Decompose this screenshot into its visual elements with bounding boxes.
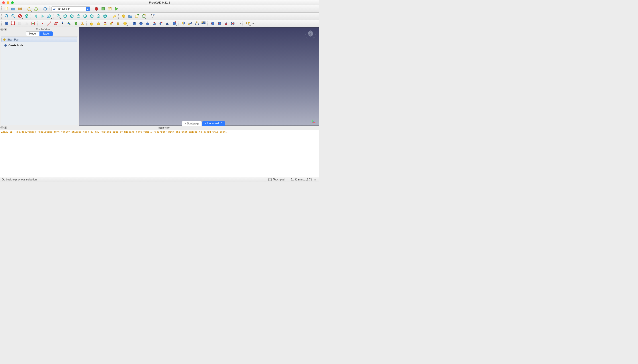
status-bar: Go back to previous selection Touchpad 5…: [0, 177, 319, 182]
combo-float-button[interactable]: ▣: [4, 28, 7, 31]
task-header-start-part[interactable]: Start Part: [1, 37, 77, 42]
3d-viewport[interactable]: TOP FRONT z y ✕ Start page ✕ Unnamed : 1: [79, 27, 319, 126]
clone-button[interactable]: [79, 20, 86, 26]
task-panel: Start Part Create body: [1, 36, 78, 125]
svg-text:FRONT: FRONT: [308, 34, 311, 35]
link-nav-button[interactable]: [46, 13, 52, 19]
fit-selection-button[interactable]: [10, 13, 17, 19]
new-file-button[interactable]: [4, 6, 10, 12]
package-icon: [3, 38, 6, 41]
shape-binder-button[interactable]: [66, 20, 72, 26]
touchpad-icon: [268, 178, 272, 181]
datum-plane-button[interactable]: [53, 20, 59, 26]
view-left-button[interactable]: [102, 13, 108, 19]
macros-button[interactable]: [107, 6, 113, 12]
revolution-button[interactable]: [95, 20, 102, 26]
datum-cs-button[interactable]: [59, 20, 66, 26]
whats-this-button[interactable]: ?: [150, 13, 156, 19]
pocket-button[interactable]: [131, 20, 137, 26]
undo-button[interactable]: [26, 6, 32, 12]
status-nav-style[interactable]: Touchpad: [268, 178, 285, 181]
nav-back-button[interactable]: [33, 13, 39, 19]
mirrored-button[interactable]: [180, 20, 187, 26]
link-make-button[interactable]: [134, 13, 140, 19]
subtractive-loft-button[interactable]: [151, 20, 157, 26]
additive-loft-button[interactable]: [102, 20, 108, 26]
tab-model[interactable]: Model: [26, 32, 40, 36]
macro-stop-button[interactable]: [100, 6, 106, 12]
subtractive-primitive-button[interactable]: [171, 20, 177, 26]
combo-view-panel: ✕ ▣ Combo View Model Tasks Start Part Cr…: [0, 27, 79, 126]
link-actions-button[interactable]: [141, 13, 147, 19]
svg-point-50: [161, 22, 162, 23]
close-icon[interactable]: ✕: [184, 122, 186, 125]
pd-body-button[interactable]: [4, 20, 10, 26]
measure-distance-button[interactable]: [111, 13, 117, 19]
measure-linear-button[interactable]: [245, 20, 251, 26]
chamfer-button[interactable]: [216, 20, 223, 26]
report-close-button[interactable]: ✕: [1, 126, 4, 129]
multi-transform-button[interactable]: [200, 20, 206, 26]
pd-new-sketch-button[interactable]: [10, 20, 17, 26]
task-create-body[interactable]: Create body: [4, 44, 75, 47]
save-file-button[interactable]: [17, 6, 23, 12]
thickness-button[interactable]: [230, 20, 236, 26]
open-file-button[interactable]: [10, 6, 17, 12]
view-right-button[interactable]: [82, 13, 88, 19]
body-icon: [4, 44, 7, 47]
datum-line-button[interactable]: [46, 20, 52, 26]
additive-pipe-button[interactable]: [109, 20, 115, 26]
additive-helix-button[interactable]: [115, 20, 121, 26]
fit-all-button[interactable]: [4, 13, 10, 19]
svg-rect-64: [203, 23, 204, 24]
linear-pattern-button[interactable]: [187, 20, 193, 26]
hole-button[interactable]: [138, 20, 144, 26]
svg-point-37: [54, 24, 55, 25]
toolbar-overflow-2[interactable]: »: [251, 22, 254, 25]
create-part-button[interactable]: [121, 13, 127, 19]
view-bottom-button[interactable]: [95, 13, 102, 19]
workbench-selector[interactable]: Part Design: [51, 6, 90, 11]
tab-tasks[interactable]: Tasks: [40, 32, 53, 36]
macro-record-button[interactable]: [93, 6, 100, 12]
macro-execute-button[interactable]: [113, 6, 119, 12]
fillet-button[interactable]: [210, 20, 216, 26]
subtractive-pipe-button[interactable]: [158, 20, 164, 26]
svg-rect-67: [248, 22, 250, 23]
axis-indicator: z y: [312, 118, 317, 123]
draw-style-button[interactable]: [17, 13, 23, 19]
redo-button[interactable]: [33, 6, 39, 12]
subtractive-helix-button[interactable]: [164, 20, 171, 26]
doc-tab-start-page[interactable]: ✕ Start page: [182, 121, 202, 126]
view-top-button[interactable]: [75, 13, 82, 19]
polar-pattern-button[interactable]: [194, 20, 200, 26]
toolbar-overflow-1[interactable]: »: [239, 22, 242, 25]
view-front-button[interactable]: [69, 13, 75, 19]
additive-primitive-button[interactable]: [122, 20, 128, 26]
draft-button[interactable]: [223, 20, 229, 26]
isometric-view-button[interactable]: [55, 13, 62, 19]
navigation-cube[interactable]: TOP FRONT: [305, 29, 317, 41]
nav-forward-button[interactable]: [40, 13, 46, 19]
view-rear-button[interactable]: [89, 13, 95, 19]
doc-tab-unnamed[interactable]: ✕ Unnamed : 1: [202, 121, 225, 126]
groove-button[interactable]: [144, 20, 151, 26]
svg-point-27: [11, 24, 12, 25]
report-float-button[interactable]: ▣: [4, 126, 7, 129]
pd-map-sketch-button[interactable]: [24, 20, 30, 26]
workbench-dropdown-arrow[interactable]: [86, 7, 90, 11]
refresh-button[interactable]: [42, 6, 48, 12]
datum-point-button[interactable]: [40, 20, 46, 26]
pad-button[interactable]: [89, 20, 95, 26]
pd-validate-sketch-button[interactable]: [30, 20, 36, 26]
combo-close-button[interactable]: ✕: [1, 28, 4, 31]
close-icon[interactable]: ✕: [204, 122, 206, 125]
bounding-box-button[interactable]: [24, 13, 30, 19]
view-iso-button[interactable]: [62, 13, 68, 19]
pd-edit-sketch-button[interactable]: [17, 20, 23, 26]
doc-tab-start-label: Start page: [187, 122, 199, 125]
create-group-button[interactable]: [127, 13, 133, 19]
sub-shape-binder-button[interactable]: [73, 20, 79, 26]
svg-point-45: [112, 22, 113, 23]
svg-marker-70: [305, 34, 306, 35]
